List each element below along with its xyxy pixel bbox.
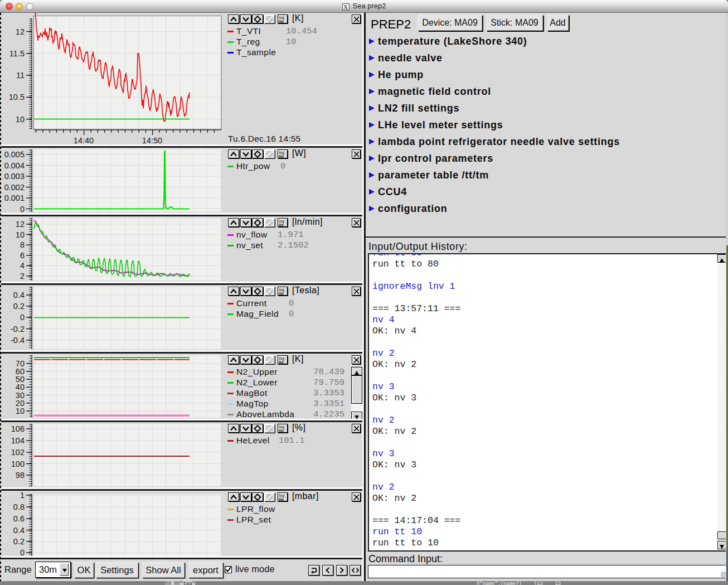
svg-text:106: 106 xyxy=(11,424,25,433)
svg-text:-0.2: -0.2 xyxy=(11,325,25,333)
svg-text:0.6: 0.6 xyxy=(13,514,25,523)
svg-text:104: 104 xyxy=(11,436,25,445)
svg-text:lin: lin xyxy=(279,291,284,294)
svg-text:12: 12 xyxy=(16,220,25,229)
svg-text:0.005: 0.005 xyxy=(4,150,25,159)
svg-text:lin: lin xyxy=(279,154,284,157)
svg-text:2: 2 xyxy=(20,272,25,281)
svg-text:0: 0 xyxy=(20,313,25,322)
svg-text:10: 10 xyxy=(16,230,25,239)
svg-text:0.004: 0.004 xyxy=(4,161,25,170)
svg-text:100: 100 xyxy=(11,460,25,468)
svg-text:0.003: 0.003 xyxy=(4,172,25,181)
svg-text:98: 98 xyxy=(16,471,25,480)
svg-text:-0.4: -0.4 xyxy=(11,336,25,345)
svg-text:0.4: 0.4 xyxy=(13,526,25,535)
svg-text:lin: lin xyxy=(279,19,284,22)
svg-text:0.2: 0.2 xyxy=(13,302,25,311)
svg-text:lin: lin xyxy=(279,497,284,500)
svg-text:0.2: 0.2 xyxy=(13,537,25,546)
svg-text:lin: lin xyxy=(279,428,284,432)
svg-text:0.8: 0.8 xyxy=(13,502,25,511)
svg-text:12: 12 xyxy=(16,27,25,36)
svg-text:6: 6 xyxy=(20,251,25,260)
svg-text:1: 1 xyxy=(20,491,25,500)
svg-text:10: 10 xyxy=(16,407,25,415)
svg-text:0.001: 0.001 xyxy=(4,194,25,202)
svg-text:14:40: 14:40 xyxy=(74,136,94,145)
svg-text:14:50: 14:50 xyxy=(142,136,162,145)
svg-text:lin: lin xyxy=(279,360,284,363)
svg-text:10: 10 xyxy=(16,115,25,124)
svg-text:10.5: 10.5 xyxy=(9,93,25,101)
svg-text:11.5: 11.5 xyxy=(9,49,25,58)
svg-text:102: 102 xyxy=(11,448,25,457)
svg-text:lin: lin xyxy=(279,223,284,226)
svg-text:0.002: 0.002 xyxy=(4,183,25,192)
svg-text:4: 4 xyxy=(20,261,25,270)
svg-text:0: 0 xyxy=(20,205,25,214)
svg-text:11: 11 xyxy=(16,71,25,80)
svg-text:0.4: 0.4 xyxy=(13,291,25,299)
svg-text:8: 8 xyxy=(20,240,25,249)
